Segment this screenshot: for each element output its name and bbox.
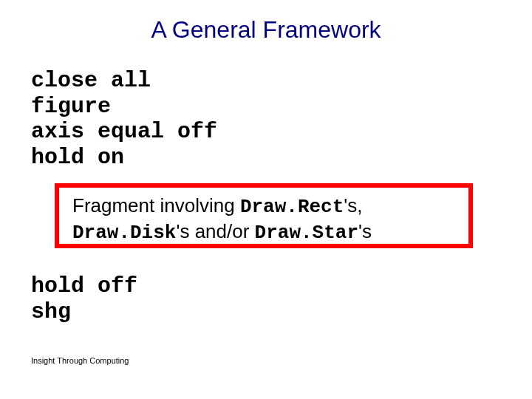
fragment-line-2: Draw.Disk's and/or Draw.Star's: [72, 219, 455, 245]
fragment-pre1: Fragment involving: [72, 194, 240, 216]
slide-title: A General Framework: [0, 16, 532, 44]
fragment-line-1: Fragment involving Draw.Rect's,: [72, 194, 455, 219]
fragment-post3: 's: [358, 220, 372, 242]
fragment-drawstar: Draw.Star: [255, 222, 358, 244]
fragment-mid2: 's: [176, 220, 194, 242]
fragment-andor: and/or: [195, 220, 255, 242]
footer-text: Insight Through Computing: [31, 356, 129, 365]
fragment-post1: 's,: [344, 194, 362, 216]
code-block-bottom: hold off shg: [31, 273, 137, 324]
fragment-box: Fragment involving Draw.Rect's, Draw.Dis…: [55, 183, 473, 248]
fragment-drawrect: Draw.Rect: [240, 196, 344, 218]
fragment-drawdisk: Draw.Disk: [72, 222, 176, 244]
code-block-top: close all figure axis equal off hold on: [31, 68, 217, 170]
